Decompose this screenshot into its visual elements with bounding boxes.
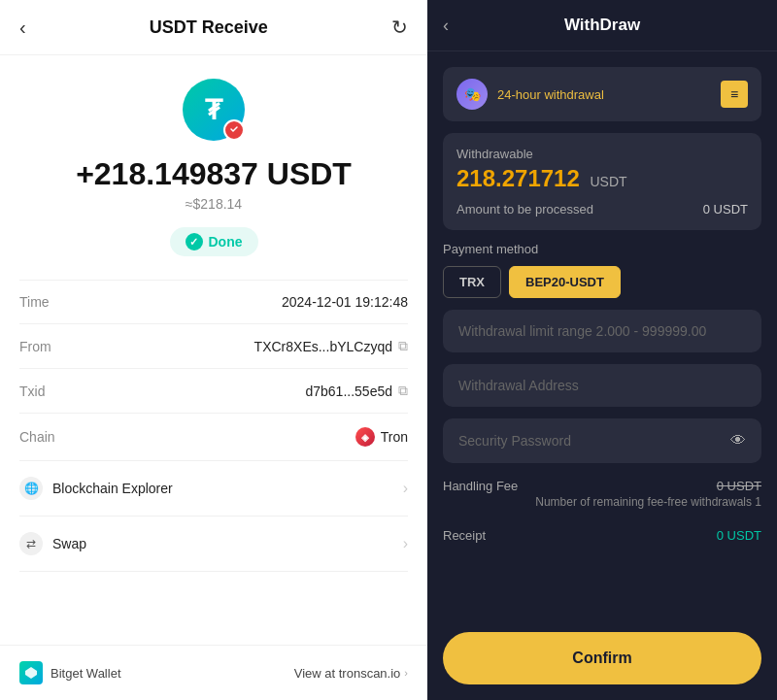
- withdrawal-limit-field[interactable]: [443, 310, 761, 352]
- payment-btn-trx[interactable]: TRX: [443, 266, 501, 298]
- info-row-from: From TXCr8XEs...bYLCzyqd ⧉: [19, 324, 408, 369]
- payment-btn-bep20[interactable]: BEP20-USDT: [509, 266, 621, 298]
- security-password-field[interactable]: 👁: [443, 418, 761, 463]
- tronscan-arrow-icon: ›: [404, 667, 408, 679]
- handling-fee-label: Handling Fee: [443, 479, 518, 493]
- time-value: 2024-12-01 19:12:48: [282, 294, 408, 310]
- check-icon: ✓: [186, 233, 203, 250]
- payment-methods: TRX BEP20-USDT: [443, 266, 761, 298]
- left-refresh-button[interactable]: ↻: [391, 16, 408, 39]
- blockchain-explorer-icon: 🌐: [19, 477, 43, 500]
- swap-link[interactable]: ⇄ Swap ›: [19, 517, 408, 572]
- banner-right-icon: ≡: [721, 81, 748, 108]
- from-value: TXCr8XEs...bYLCzyqd ⧉: [254, 338, 408, 354]
- token-icon-wrapper: ₮: [183, 79, 245, 141]
- status-label: Done: [209, 234, 243, 250]
- tron-icon: ◈: [355, 427, 375, 447]
- processing-label: Amount to be processed: [456, 202, 593, 217]
- transaction-amount: +218.149837 USDT: [76, 156, 352, 192]
- withdrawal-banner: 🎭 24-hour withdrawal ≡: [443, 67, 761, 121]
- right-header: ‹ WithDraw: [427, 0, 777, 51]
- withdrawal-address-input[interactable]: [458, 378, 746, 393]
- handling-fee-right: 0 USDT Number of remaining fee-free with…: [535, 479, 761, 509]
- withdrawable-amount: 218.271712 USDT: [456, 165, 748, 192]
- info-row-time: Time 2024-12-01 19:12:48: [19, 281, 408, 324]
- left-content: ₮ +218.149837 USDT ≈$218.14 ✓ Done Time …: [0, 55, 427, 645]
- withdrawal-address-field[interactable]: [443, 364, 761, 407]
- blockchain-chevron-icon: ›: [403, 480, 408, 497]
- tronscan-text: View at tronscan.io: [294, 666, 401, 681]
- status-badge: ✓ Done: [170, 227, 258, 256]
- right-panel: ‹ WithDraw 🎭 24-hour withdrawal ≡ Withdr…: [427, 0, 777, 700]
- from-copy-button[interactable]: ⧉: [398, 338, 408, 354]
- left-header: ‹ USDT Receive ↻: [0, 0, 427, 55]
- tron-badge: ◈ Tron: [355, 427, 408, 447]
- token-badge: [223, 119, 245, 141]
- payment-section: Payment method TRX BEP20-USDT: [443, 242, 761, 298]
- txid-value: d7b61...55e5d ⧉: [305, 383, 408, 399]
- banner-left: 🎭 24-hour withdrawal: [456, 79, 604, 110]
- info-table: Time 2024-12-01 19:12:48 From TXCr8XEs..…: [19, 280, 408, 461]
- svg-marker-0: [25, 667, 37, 679]
- confirm-button[interactable]: Confirm: [443, 632, 761, 684]
- bitget-logo: Bitget Wallet: [19, 661, 121, 684]
- left-page-title: USDT Receive: [150, 17, 268, 38]
- right-back-button[interactable]: ‹: [443, 16, 449, 36]
- transaction-amount-usd: ≈$218.14: [186, 196, 242, 212]
- time-label: Time: [19, 294, 78, 310]
- swap-label: Swap: [52, 536, 86, 551]
- processing-value: 0 USDT: [703, 202, 748, 217]
- chain-value: ◈ Tron: [355, 427, 408, 447]
- chain-label: Chain: [19, 429, 78, 445]
- info-row-txid: Txid d7b61...55e5d ⧉: [19, 369, 408, 414]
- swap-icon: ⇄: [19, 532, 43, 555]
- txid-label: Txid: [19, 383, 78, 399]
- receipt-value: 0 USDT: [717, 528, 761, 543]
- withdrawable-unit: USDT: [590, 174, 626, 189]
- withdrawal-limit-input[interactable]: [458, 323, 746, 339]
- token-symbol: ₮: [205, 94, 222, 126]
- security-password-input[interactable]: [458, 433, 730, 449]
- bitget-logo-icon: [19, 661, 43, 684]
- swap-chevron-icon: ›: [403, 535, 408, 552]
- receipt-label: Receipt: [443, 528, 486, 543]
- banner-text: 24-hour withdrawal: [497, 87, 604, 102]
- bitget-logo-text: Bitget Wallet: [51, 666, 121, 681]
- blockchain-explorer-left: 🌐 Blockchain Explorer: [19, 477, 173, 500]
- withdrawable-card: Withdrawable 218.271712 USDT Amount to b…: [443, 133, 761, 230]
- tronscan-link[interactable]: View at tronscan.io ›: [294, 666, 408, 681]
- left-footer: Bitget Wallet View at tronscan.io ›: [0, 645, 427, 700]
- link-rows: 🌐 Blockchain Explorer › ⇄ Swap ›: [19, 461, 408, 572]
- password-toggle-icon[interactable]: 👁: [730, 432, 746, 450]
- processing-row: Amount to be processed 0 USDT: [456, 202, 748, 217]
- swap-left: ⇄ Swap: [19, 532, 86, 555]
- payment-label: Payment method: [443, 242, 761, 256]
- withdrawable-label: Withdrawable: [456, 147, 748, 161]
- handling-fee-sub: Number of remaining fee-free withdrawals…: [535, 495, 761, 509]
- handling-fee-value: 0 USDT: [717, 479, 761, 493]
- left-back-button[interactable]: ‹: [19, 17, 26, 39]
- txid-copy-button[interactable]: ⧉: [398, 383, 408, 399]
- right-content: 🎭 24-hour withdrawal ≡ Withdrawable 218.…: [427, 51, 777, 632]
- info-row-chain: Chain ◈ Tron: [19, 414, 408, 461]
- from-label: From: [19, 339, 78, 354]
- blockchain-explorer-label: Blockchain Explorer: [52, 481, 173, 496]
- banner-icon: 🎭: [456, 79, 488, 110]
- right-page-title: WithDraw: [564, 16, 640, 35]
- left-panel: ‹ USDT Receive ↻ ₮ +218.149837 USDT ≈$21…: [0, 0, 427, 700]
- blockchain-explorer-link[interactable]: 🌐 Blockchain Explorer ›: [19, 461, 408, 517]
- handling-fee-row: Handling Fee 0 USDT Number of remaining …: [443, 475, 761, 513]
- receipt-row: Receipt 0 USDT: [443, 524, 761, 547]
